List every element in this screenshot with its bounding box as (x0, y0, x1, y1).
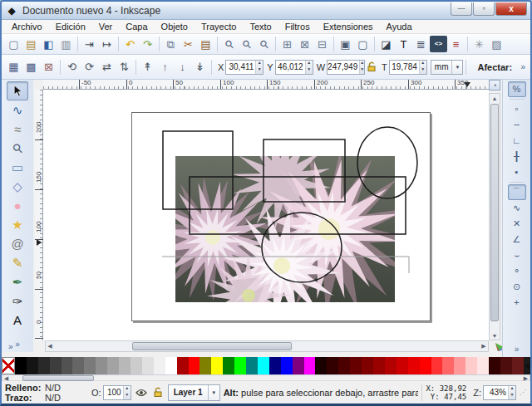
snap-paths-icon[interactable]: ∿ (508, 200, 526, 216)
menu-archivo[interactable]: Archivo (5, 20, 49, 33)
drawn-rectangle-2[interactable] (264, 139, 345, 202)
node-tool[interactable]: ∿ (7, 100, 28, 120)
zoom-spinner[interactable]: 43% ▲▼ (483, 385, 516, 400)
xml-editor-icon[interactable]: <> (430, 36, 447, 52)
palette-swatch-ff0000[interactable] (189, 357, 200, 374)
create-clone-icon[interactable]: ⊠ (296, 36, 313, 52)
menu-ayuda[interactable]: Ayuda (380, 20, 419, 33)
palette-swatch-141414[interactable] (27, 357, 38, 374)
flip-horizontal-icon[interactable]: ⇄ (98, 59, 116, 76)
drawn-ellipse-1[interactable] (357, 127, 417, 198)
palette-scroll-thumb[interactable] (22, 375, 94, 381)
menu-texto[interactable]: Texto (243, 20, 278, 33)
drawn-line[interactable] (162, 257, 409, 273)
menu-filtros[interactable]: Filtros (278, 20, 317, 33)
tool-options-expander[interactable]: » (520, 62, 525, 71)
palette-swatch-3d3d3d[interactable] (50, 357, 62, 374)
palette-swatch-330000[interactable] (489, 357, 500, 374)
export-icon[interactable]: ↦ (98, 36, 116, 52)
close-button[interactable]: x (495, 2, 527, 16)
vertical-scroll-thumb[interactable] (490, 104, 499, 321)
palette-swatch-ff0000[interactable] (420, 357, 431, 374)
palette-swatch-4d0d0d[interactable] (500, 357, 512, 374)
document-properties-icon[interactable]: ▨ (488, 36, 505, 52)
drawn-rectangle-3[interactable] (190, 177, 406, 234)
palette-scroll-arrow[interactable] (525, 363, 530, 369)
snap-rotation-centers-icon[interactable]: + (508, 295, 526, 311)
canvas[interactable] (43, 90, 489, 340)
vertical-scrollbar[interactable]: ▲ ▼ (489, 93, 500, 340)
palette-swatch-e60000[interactable] (408, 357, 420, 374)
redo-icon[interactable]: ↷ (139, 36, 156, 52)
preferences-icon[interactable]: ✳ (470, 36, 488, 52)
drawn-rectangle-1[interactable] (163, 131, 233, 209)
copy-icon[interactable]: ⧉ (162, 36, 180, 52)
palette-swatch-ff6666[interactable] (442, 357, 454, 374)
opacity-spin-arrows[interactable]: ▲▼ (123, 386, 131, 399)
raise-to-top-icon[interactable]: ↟ (139, 59, 156, 76)
snap-nodes-icon[interactable]: ⌒ (508, 184, 526, 200)
palette-swatch-00ffff[interactable] (258, 357, 269, 374)
save-document-icon[interactable]: ◧ (40, 36, 57, 52)
scroll-left-arrow[interactable]: ◀ (46, 341, 54, 351)
palette-swatch-292929[interactable] (38, 357, 50, 374)
palette-swatch-b8b8b8[interactable] (119, 357, 131, 374)
palette-swatch-000000[interactable] (15, 357, 27, 374)
group-icon[interactable]: ▣ (337, 36, 354, 52)
layer-lock-icon[interactable] (151, 386, 165, 399)
flip-vertical-icon[interactable]: ⇅ (116, 59, 133, 76)
horizontal-scrollbar[interactable]: ◀ ▶ (45, 340, 489, 352)
unlink-clone-icon[interactable]: ⊟ (313, 36, 331, 52)
palette-swatch-f0f0f0[interactable] (154, 357, 165, 374)
palette-swatch-a3a3a3[interactable] (107, 357, 119, 374)
palette-swatch-b30000[interactable] (385, 357, 397, 374)
palette-swatch-7a7a7a[interactable] (84, 357, 96, 374)
pencil-tool[interactable]: ✎ (7, 253, 28, 272)
palette-scrollbar[interactable]: ◀ ▶ (2, 374, 530, 381)
palette-swatch-008000[interactable] (223, 357, 234, 374)
palette-swatch-808000[interactable] (200, 357, 211, 374)
vertical-ruler[interactable]: 200150100500 (35, 90, 43, 340)
layers-dialog-icon[interactable]: ≣ (412, 36, 430, 52)
resize-grip[interactable]: ⋰ (520, 389, 527, 396)
palette-swatch-aa0000[interactable] (177, 357, 189, 374)
layer-selector-dropdown[interactable]: Layer 1 ▼ (168, 384, 220, 401)
snap-bbox-centers-icon[interactable]: ▪ (508, 164, 526, 180)
horizontal-scroll-thumb[interactable] (132, 342, 292, 350)
snap-bbox-midpoints-icon[interactable]: ╂ (508, 149, 526, 164)
palette-swatch-ffe6e6[interactable] (477, 357, 489, 374)
menu-edicion[interactable]: Edición (49, 20, 92, 33)
menu-capa[interactable]: Capa (119, 20, 154, 33)
open-document-icon[interactable]: ▤ (22, 36, 40, 52)
drawn-ellipse-2[interactable] (262, 213, 342, 282)
menu-objeto[interactable]: Objeto (155, 20, 195, 33)
fill-stroke-dialog-icon[interactable]: ◪ (377, 36, 395, 52)
snap-enable-icon[interactable]: % (508, 81, 526, 97)
toolbox-overflow-expander[interactable]: » (15, 340, 20, 349)
palette-swatch-4d0000[interactable] (338, 357, 350, 374)
selector-tool[interactable] (7, 81, 28, 100)
snap-smooth-nodes-icon[interactable]: ⌣ (508, 247, 526, 263)
zoom-spin-arrows[interactable]: ▲▼ (508, 386, 515, 399)
toolbox-expander[interactable]: » (8, 342, 13, 351)
star-tool[interactable]: ★ (7, 215, 28, 234)
lower-to-bottom-icon[interactable]: ↡ (191, 59, 209, 76)
palette-swatch-666666[interactable] (72, 357, 84, 374)
palette-swatch-330000[interactable] (327, 357, 338, 374)
paste-icon[interactable]: ▤ (197, 36, 214, 52)
color-managed-display-toggle[interactable]: ◔ (489, 80, 500, 90)
snap-toolbar-expander[interactable]: » (515, 345, 520, 354)
y-field[interactable]: 46,012▲▼ (275, 60, 313, 75)
cut-icon[interactable]: ✂ (180, 36, 197, 52)
palette-scroll-left-arrow[interactable]: ◀ (2, 375, 10, 381)
snap-bbox-edges-icon[interactable]: ╌ (508, 117, 526, 133)
palette-swatch-000080[interactable] (269, 357, 281, 374)
palette-swatch-525252[interactable] (62, 357, 73, 374)
text-tool[interactable]: A (7, 311, 28, 330)
palette-swatch-ffffff[interactable] (165, 357, 177, 374)
lower-icon[interactable]: ↓ (174, 59, 191, 76)
menu-extensiones[interactable]: Extensiones (317, 20, 380, 33)
menu-ver[interactable]: Ver (92, 20, 120, 33)
snap-bbox-icon[interactable]: ▫ (508, 101, 526, 117)
palette-swatch-none[interactable] (2, 357, 15, 374)
